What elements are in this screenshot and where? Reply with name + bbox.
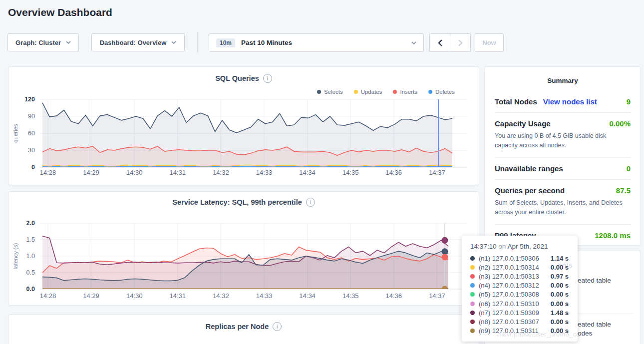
tooltip-row: (n4) 127.0.0.1:503120.00 s [468, 281, 572, 290]
replicas-per-node-title: Replicas per Node i [8, 322, 479, 331]
queries-per-second-description: Sum of Selects, Updates, Inserts, and De… [495, 198, 631, 218]
sql-queries-panel: SQL Queries i SelectsUpdatesInsertsDelet… [8, 66, 479, 185]
tooltip-row: (n9) 127.0.0.1:503110.00 s [468, 327, 572, 336]
time-step-forward-button[interactable] [450, 34, 470, 51]
sql-queries-chart[interactable]: 030609012014:2814:2914:3014:3114:3214:33… [8, 67, 479, 185]
svg-text:14:35: 14:35 [342, 292, 359, 300]
tooltip-row: (n6) 127.0.0.1:503100.00 s [468, 299, 572, 308]
series-dot [470, 283, 475, 288]
svg-text:1.0: 1.0 [26, 253, 35, 260]
svg-text:60: 60 [28, 130, 35, 137]
tooltip-row: (n8) 127.0.0.1:503070.00 s [468, 317, 572, 326]
series-dot [470, 329, 475, 333]
unavailable-ranges-value: 0 [627, 164, 631, 173]
svg-text:90: 90 [28, 113, 35, 120]
svg-text:14:30: 14:30 [126, 169, 143, 176]
tooltip-row: (n1) 127.0.0.1:503061.14 s [468, 254, 572, 263]
svg-text:14:31: 14:31 [170, 292, 186, 300]
overview-dashboard-page: Overview Dashboard Graph: Cluster Dashbo… [0, 0, 644, 344]
series-dot [470, 274, 475, 279]
total-nodes-value: 9 [627, 97, 631, 106]
queries-per-second-value: 87.5 [616, 186, 631, 195]
event-item-fragment[interactable]: eated table [578, 277, 611, 284]
time-range-dropdown[interactable]: 10m Past 10 Minutes [209, 33, 424, 52]
svg-text:14:36: 14:36 [386, 292, 402, 300]
svg-text:0: 0 [31, 164, 35, 171]
svg-text:14:34: 14:34 [299, 169, 316, 176]
svg-text:14:29: 14:29 [83, 292, 99, 300]
summary-title: Summary [495, 67, 631, 84]
time-range-badge: 10m [216, 38, 235, 47]
chevron-down-icon [171, 41, 176, 44]
chevron-down-icon [66, 41, 71, 44]
svg-text:14:28: 14:28 [40, 292, 56, 300]
capacity-usage-description: You are using 0 B of 4.5 GiB usable disk… [495, 131, 631, 151]
capacity-usage-row: Capacity Usage 0.00% [495, 119, 631, 128]
svg-text:14:32: 14:32 [213, 169, 229, 176]
tooltip-row: (n3) 127.0.0.1:503130.97 s [468, 272, 572, 281]
divider [495, 112, 631, 113]
view-nodes-list-link[interactable]: View nodes list [543, 97, 597, 106]
event-item-fragment[interactable]: eated table [578, 321, 611, 328]
series-dot [470, 302, 475, 306]
tooltip-timestamp: 14:37:10 on Apr 5th, 2021 [470, 243, 572, 250]
svg-text:14:36: 14:36 [386, 169, 402, 176]
summary-panel: Summary Total Nodes View nodes list 9 Ca… [484, 66, 641, 246]
svg-text:30: 30 [28, 147, 35, 154]
toolbar-divider [197, 32, 198, 53]
capacity-usage-label: Capacity Usage [495, 119, 551, 128]
dashboard-dropdown[interactable]: Dashboard: Overview [91, 33, 185, 51]
series-dot [470, 256, 475, 261]
chevron-left-icon [438, 39, 442, 46]
tooltip-rows: (n1) 127.0.0.1:503061.14 s(n2) 127.0.0.1… [468, 254, 572, 336]
capacity-usage-value: 0.00% [609, 119, 631, 128]
tooltip-row: (n7) 127.0.0.1:503091.48 s [468, 308, 572, 317]
svg-text:14:33: 14:33 [256, 292, 273, 300]
svg-text:14:31: 14:31 [170, 169, 186, 176]
queries-per-second-row: Queries per second 87.5 [495, 186, 631, 195]
svg-text:0.0: 0.0 [26, 286, 35, 293]
service-latency-chart[interactable]: 0.00.51.01.52.014:2814:2914:3014:3114:32… [8, 192, 479, 305]
chart-hover-tooltip: 14:37:10 on Apr 5th, 2021 (n1) 127.0.0.1… [462, 236, 578, 342]
svg-text:14:32: 14:32 [213, 292, 229, 300]
tooltip-row: (n2) 127.0.0.1:503140.00 s [468, 263, 572, 272]
tooltip-row: (n5) 127.0.0.1:503080.00 s [468, 290, 572, 299]
svg-text:latency (s): latency (s) [12, 243, 18, 269]
dashboard-dropdown-label: Dashboard: Overview [100, 39, 167, 46]
replicas-per-node-panel: Replicas per Node i [8, 315, 479, 344]
svg-text:14:37: 14:37 [429, 292, 445, 300]
page-title: Overview Dashboard [8, 6, 112, 18]
time-step-back-button[interactable] [430, 34, 450, 51]
svg-text:120: 120 [24, 96, 35, 103]
svg-text:14:28: 14:28 [40, 169, 56, 176]
svg-text:queries: queries [12, 124, 18, 143]
queries-per-second-label: Queries per second [495, 186, 565, 195]
series-dot [470, 292, 475, 297]
svg-text:14:33: 14:33 [256, 169, 273, 176]
svg-text:1.5: 1.5 [26, 236, 35, 243]
svg-text:14:37: 14:37 [429, 169, 445, 176]
chevron-right-icon [458, 39, 463, 46]
info-icon[interactable]: i [273, 322, 282, 331]
service-latency-panel: Service Latency: SQL, 99th percentile i … [8, 191, 479, 306]
graph-dropdown-label: Graph: Cluster [15, 39, 61, 46]
svg-text:0.5: 0.5 [26, 269, 35, 276]
svg-text:14:30: 14:30 [126, 292, 143, 300]
series-dot [470, 265, 475, 270]
now-button[interactable]: Now [475, 33, 504, 52]
p99-latency-value: 1208.0 ms [595, 231, 631, 240]
divider [495, 224, 631, 225]
unavailable-ranges-row: Unavailable ranges 0 [495, 164, 631, 173]
svg-text:14:29: 14:29 [83, 169, 99, 176]
svg-text:14:35: 14:35 [342, 169, 359, 176]
event-item-fragment[interactable]: odes [578, 330, 592, 337]
chevron-down-icon [411, 41, 416, 44]
series-dot [470, 320, 475, 324]
total-nodes-label: Total Nodes [495, 97, 537, 106]
series-dot [470, 311, 475, 315]
unavailable-ranges-label: Unavailable ranges [495, 164, 563, 173]
divider [495, 157, 631, 158]
divider [495, 179, 631, 180]
graph-scope-dropdown[interactable]: Graph: Cluster [7, 33, 79, 51]
time-range-label: Past 10 Minutes [241, 39, 292, 46]
